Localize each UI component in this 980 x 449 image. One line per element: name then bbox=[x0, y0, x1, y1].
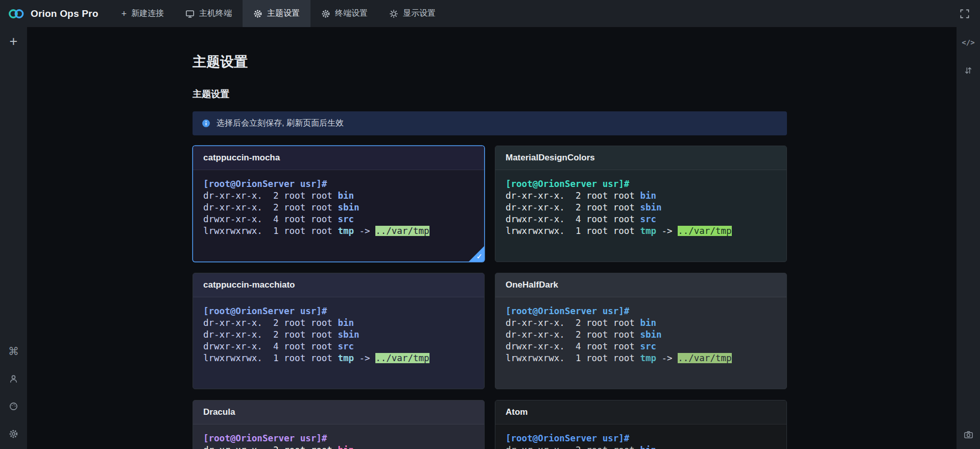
theme-card[interactable]: catppuccin-mocha [root@OrionServer usr]#… bbox=[193, 146, 485, 262]
nav-item-label: 主机终端 bbox=[199, 8, 232, 19]
terminal-line: dr-xr-xr-x. 2 root root sbin bbox=[203, 202, 474, 214]
directory-name: src bbox=[640, 341, 656, 351]
topbar-spacer bbox=[446, 0, 949, 27]
selected-check-icon: ✓ bbox=[476, 252, 483, 261]
plus-icon: + bbox=[121, 9, 127, 18]
code-icon: </> bbox=[962, 38, 974, 46]
symlink-name: tmp bbox=[640, 353, 656, 363]
gear-icon bbox=[9, 429, 18, 439]
terminal-prompt-line: [root@OrionServer usr]# bbox=[203, 178, 474, 190]
gear-icon bbox=[253, 9, 262, 18]
terminal-line: dr-xr-xr-x. 2 root root sbin bbox=[506, 329, 776, 341]
terminal-line: dr-xr-xr-x. 2 root root bin bbox=[506, 444, 776, 449]
terminal-prompt: [root@OrionServer usr]# bbox=[203, 433, 327, 443]
directory-name: bin bbox=[640, 318, 656, 328]
terminal-line: lrwxrwxrwx. 1 root root tmp -> ../var/tm… bbox=[203, 225, 474, 237]
terminal-prompt-line: [root@OrionServer usr]# bbox=[506, 433, 776, 444]
theme-name: catppuccin-mocha bbox=[203, 153, 280, 163]
terminal-prompt: [root@OrionServer usr]# bbox=[506, 179, 629, 189]
terminal-line: dr-xr-xr-x. 2 root root bin bbox=[203, 317, 474, 329]
display-icon bbox=[389, 9, 398, 18]
info-icon bbox=[202, 119, 210, 128]
app-brand: Orion Ops Pro bbox=[0, 0, 110, 27]
settings-button[interactable] bbox=[6, 426, 21, 441]
terminal-line: dr-xr-xr-x. 2 root root sbin bbox=[203, 329, 474, 341]
nav-item-theme-settings[interactable]: 主题设置 bbox=[243, 0, 310, 27]
symlink-target: ../var/tmp bbox=[375, 353, 429, 363]
symlink-target: ../var/tmp bbox=[678, 353, 731, 363]
nav-item-label: 主题设置 bbox=[267, 8, 300, 19]
theme-name: Atom bbox=[506, 407, 528, 417]
sort-button[interactable] bbox=[961, 63, 976, 78]
palette-icon bbox=[9, 401, 18, 411]
theme-card[interactable]: Dracula [root@OrionServer usr]#dr-xr-xr-… bbox=[193, 400, 485, 449]
symlink-name: tmp bbox=[338, 226, 354, 236]
terminal-line: dr-xr-xr-x. 2 root root bin bbox=[203, 444, 474, 449]
directory-name: bin bbox=[338, 191, 354, 201]
nav-item-label: 新建连接 bbox=[131, 8, 164, 19]
theme-card-header: Atom bbox=[495, 400, 786, 424]
theme-card[interactable]: MaterialDesignColors [root@OrionServer u… bbox=[495, 146, 787, 262]
terminal-preview: [root@OrionServer usr]#dr-xr-xr-x. 2 roo… bbox=[193, 170, 484, 262]
directory-name: sbin bbox=[640, 329, 661, 340]
code-view-button[interactable]: </> bbox=[961, 35, 976, 50]
terminal-preview: [root@OrionServer usr]#dr-xr-xr-x. 2 roo… bbox=[495, 424, 786, 449]
screenshot-button[interactable] bbox=[961, 427, 976, 442]
app-shell: + ⌘ 主题设置 bbox=[0, 27, 980, 449]
terminal-line: dr-xr-xr-x. 2 root root bin bbox=[203, 190, 474, 202]
fullscreen-icon bbox=[960, 9, 970, 19]
page-title: 主题设置 bbox=[193, 53, 787, 71]
directory-name: bin bbox=[338, 445, 354, 449]
add-connection-button[interactable]: + bbox=[6, 34, 21, 49]
theme-settings-page: 主题设置 主题设置 选择后会立刻保存, 刷新页面后生效 catppuccin-m… bbox=[193, 27, 787, 449]
nav-item-terminal-settings[interactable]: 终端设置 bbox=[310, 0, 378, 27]
directory-name: src bbox=[338, 341, 354, 351]
symlink-name: tmp bbox=[338, 353, 354, 363]
left-sidebar: + ⌘ bbox=[0, 27, 27, 449]
directory-name: src bbox=[338, 214, 354, 224]
directory-name: bin bbox=[640, 191, 656, 201]
app-logo-icon bbox=[8, 8, 25, 20]
theme-cards-grid: catppuccin-mocha [root@OrionServer usr]#… bbox=[193, 146, 787, 449]
fullscreen-button[interactable] bbox=[949, 0, 980, 27]
directory-name: bin bbox=[338, 318, 354, 328]
info-alert: 选择后会立刻保存, 刷新页面后生效 bbox=[193, 111, 787, 135]
theme-card[interactable]: catppuccin-macchiato [root@OrionServer u… bbox=[193, 273, 485, 389]
terminal-preview: [root@OrionServer usr]#dr-xr-xr-x. 2 roo… bbox=[193, 424, 484, 449]
nav-item-host-terminal[interactable]: 主机终端 bbox=[175, 0, 243, 27]
user-button[interactable] bbox=[6, 371, 21, 386]
camera-icon bbox=[964, 430, 973, 439]
terminal-line: lrwxrwxrwx. 1 root root tmp -> ../var/tm… bbox=[203, 352, 474, 364]
terminal-prompt: [root@OrionServer usr]# bbox=[506, 433, 629, 443]
terminal-line: lrwxrwxrwx. 1 root root tmp -> ../var/tm… bbox=[506, 225, 776, 237]
command-button[interactable]: ⌘ bbox=[6, 343, 21, 359]
symlink-name: tmp bbox=[640, 226, 656, 236]
terminal-preview: [root@OrionServer usr]#dr-xr-xr-x. 2 roo… bbox=[193, 297, 484, 389]
theme-name: catppuccin-macchiato bbox=[203, 280, 295, 290]
directory-name: bin bbox=[640, 445, 656, 449]
theme-name: MaterialDesignColors bbox=[506, 153, 595, 163]
terminal-prompt-line: [root@OrionServer usr]# bbox=[203, 305, 474, 317]
theme-card-header: catppuccin-mocha bbox=[193, 146, 484, 170]
terminal-line: drwxr-xr-x. 4 root root src bbox=[506, 214, 776, 225]
right-sidebar: </> bbox=[957, 27, 980, 449]
theme-card-header: OneHalfDark bbox=[495, 273, 786, 297]
terminal-line: drwxr-xr-x. 4 root root src bbox=[203, 341, 474, 352]
theme-button[interactable] bbox=[6, 398, 21, 414]
nav-item-label: 显示设置 bbox=[403, 8, 436, 19]
terminal-preview: [root@OrionServer usr]#dr-xr-xr-x. 2 roo… bbox=[495, 297, 786, 389]
nav-item-display-settings[interactable]: 显示设置 bbox=[378, 0, 446, 27]
theme-name: OneHalfDark bbox=[506, 280, 558, 290]
sort-arrows-icon bbox=[964, 66, 973, 75]
theme-card-header: Dracula bbox=[193, 400, 484, 424]
theme-card-header: catppuccin-macchiato bbox=[193, 273, 484, 297]
terminal-line: dr-xr-xr-x. 2 root root bin bbox=[506, 190, 776, 202]
theme-card[interactable]: Atom [root@OrionServer usr]#dr-xr-xr-x. … bbox=[495, 400, 787, 449]
theme-card[interactable]: OneHalfDark [root@OrionServer usr]#dr-xr… bbox=[495, 273, 787, 389]
terminal-prompt: [root@OrionServer usr]# bbox=[203, 179, 327, 189]
section-title: 主题设置 bbox=[193, 88, 787, 100]
nav-item-new-connection[interactable]: + 新建连接 bbox=[110, 0, 175, 27]
symlink-target: ../var/tmp bbox=[678, 226, 731, 236]
user-icon bbox=[9, 374, 18, 384]
terminal-line: dr-xr-xr-x. 2 root root sbin bbox=[506, 202, 776, 214]
